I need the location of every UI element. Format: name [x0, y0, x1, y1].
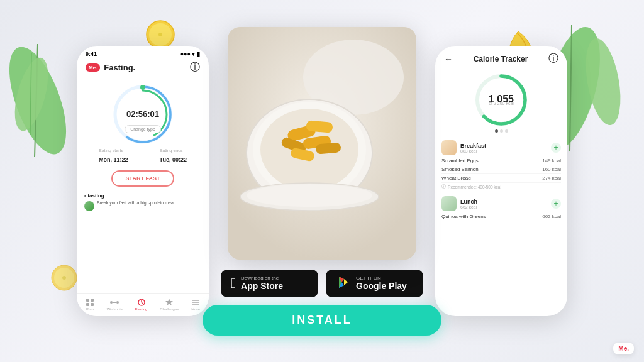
food-item-wheat-bread: Wheat Bread 274 kcal — [441, 174, 561, 183]
svg-rect-29 — [113, 302, 117, 303]
lunch-section: Lunch 662 kcal + Quinoa with Greens 662 … — [435, 194, 567, 224]
info-icon-right[interactable]: ⓘ — [548, 52, 558, 65]
apple-icon:  — [231, 277, 236, 290]
food-item-scrambled-eggs: Scrambled Eggs 149 kcal — [441, 156, 561, 165]
signal-icons: ●●● ▾ ▮ — [180, 51, 200, 57]
back-button[interactable]: ← — [444, 54, 453, 64]
timer-circle: 02:56:01 Change type — [111, 83, 174, 146]
dot-2 — [500, 129, 503, 133]
calorie-header: ← Calorie Tracker ⓘ — [435, 46, 567, 69]
nav-more[interactable]: More — [191, 298, 200, 311]
calorie-tracker-title: Calorie Tracker — [474, 55, 528, 63]
app-logo: Me. — [86, 63, 100, 72]
store-buttons:  Download on the App Store — [221, 270, 423, 297]
left-phone: 9:41 ●●● ▾ ▮ Me. Fasting. ⓘ — [77, 46, 209, 316]
app-header: Me. Fasting. ⓘ — [77, 60, 209, 78]
google-play-icon — [336, 275, 351, 292]
app-title: Fasting. — [104, 63, 135, 72]
food-item-smoked-salmon: Smoked Salmon 160 kcal — [441, 165, 561, 174]
breakfast-section: Breakfast 883 kcal + Scrambled Eggs 149 … — [435, 138, 567, 194]
app-store-button[interactable]:  Download on the App Store — [221, 270, 318, 297]
bottom-nav: Plan Workouts Fasting Challenges More — [77, 293, 209, 316]
nav-workouts[interactable]: Workouts — [107, 298, 123, 311]
svg-rect-26 — [91, 303, 94, 306]
time-display: 9:41 — [86, 51, 97, 57]
lunch-name: Lunch — [460, 199, 477, 205]
timer-display: 02:56:01 — [126, 109, 159, 119]
install-button[interactable]: INSTALL — [203, 305, 441, 336]
eating-ends: Eating ends Tue, 00:22 — [160, 148, 187, 164]
app-store-main-label: App Store — [241, 281, 283, 292]
status-bar-left: 9:41 ●●● ▾ ▮ — [77, 46, 209, 60]
breakfast-kcal: 883 kcal — [460, 149, 486, 153]
food-item-quinoa: Quinoa with Greens 662 kcal — [441, 212, 561, 221]
tip-icon — [84, 201, 94, 211]
right-phone: ← Calorie Tracker ⓘ 1 055 of 2 200 kcal — [435, 46, 567, 316]
google-play-sub-label: GET IT ON — [356, 275, 407, 281]
tip-text: Break your fast with a high-protein meal — [97, 200, 174, 206]
app-store-sub-label: Download on the — [241, 275, 283, 281]
fasting-tip: r fasting Break your fast with a high-pr… — [77, 189, 209, 215]
start-fast-button[interactable]: START FAST — [111, 170, 174, 187]
info-icon[interactable]: ⓘ — [190, 61, 200, 74]
eating-starts: Eating starts Mon, 11:22 — [99, 148, 128, 164]
eating-info: Eating starts Mon, 11:22 Eating ends Tue… — [77, 148, 209, 168]
svg-point-28 — [116, 301, 119, 304]
tip-title: r fasting — [84, 193, 201, 199]
lunch-kcal: 662 kcal — [460, 205, 477, 209]
lunch-icon — [441, 196, 457, 211]
dot-3 — [505, 129, 508, 133]
timer-section: 02:56:01 Change type — [77, 78, 209, 148]
dot-1 — [495, 129, 498, 133]
svg-point-27 — [110, 301, 113, 304]
google-play-button[interactable]: GET IT ON Google Play — [326, 270, 423, 297]
food-image — [228, 27, 416, 260]
calorie-circle: 1 055 of 2 200 kcal — [435, 69, 567, 138]
svg-marker-52 — [344, 279, 348, 285]
add-lunch-button[interactable]: + — [551, 199, 561, 209]
svg-line-32 — [142, 302, 143, 304]
recommended-note: ⓘ Recommended: 400-500 kcal — [441, 183, 561, 191]
nav-fasting[interactable]: Fasting — [135, 298, 148, 311]
svg-rect-24 — [91, 299, 94, 302]
breakfast-icon — [441, 140, 457, 155]
svg-rect-25 — [86, 303, 89, 306]
svg-point-22 — [140, 85, 145, 90]
calorie-total: of 2 200 kcal — [489, 101, 514, 106]
nav-plan[interactable]: Plan — [86, 298, 94, 311]
nav-challenges[interactable]: Challenges — [160, 298, 179, 311]
breakfast-name: Breakfast — [460, 143, 486, 149]
svg-point-49 — [247, 184, 372, 207]
google-play-main-label: Google Play — [356, 281, 407, 292]
svg-rect-23 — [86, 299, 89, 302]
add-breakfast-button[interactable]: + — [551, 143, 561, 153]
change-type-button[interactable]: Change type — [125, 125, 161, 133]
watermark: Me. — [613, 343, 634, 354]
calorie-ring: 1 055 of 2 200 kcal — [473, 72, 530, 128]
